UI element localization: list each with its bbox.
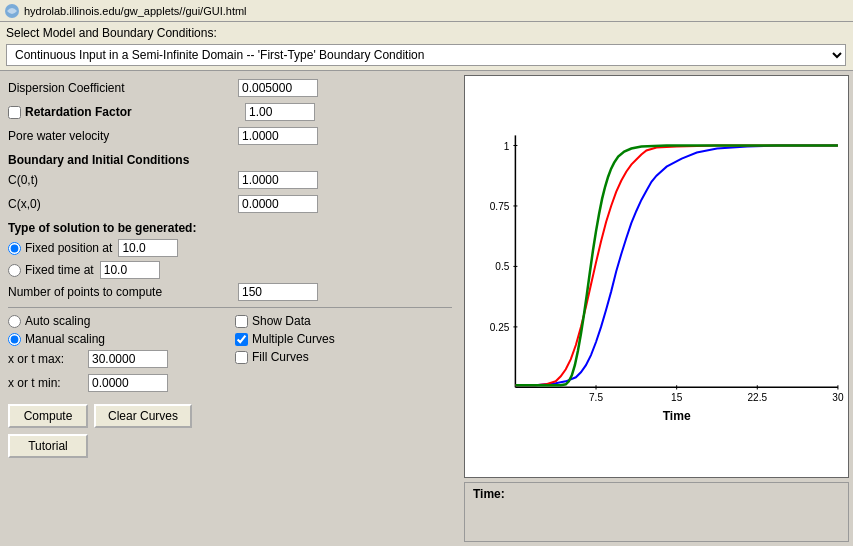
fill-curves-label: Fill Curves <box>252 350 309 364</box>
num-points-row: Number of points to compute <box>8 283 452 301</box>
time-label: Time: <box>473 487 505 501</box>
svg-text:15: 15 <box>671 392 683 403</box>
cxo-row: C(x,0) <box>8 195 452 213</box>
divider <box>8 307 452 308</box>
dispersion-coefficient-label: Dispersion Coefficient <box>8 81 238 95</box>
model-selector-label: Select Model and Boundary Conditions: <box>6 26 847 40</box>
xort-min-row: x or t min: <box>8 374 225 392</box>
fixed-time-input[interactable] <box>100 261 160 279</box>
retardation-factor-row: Retardation Factor <box>8 103 452 121</box>
fixed-position-row: Fixed position at <box>8 239 452 257</box>
xort-max-label: x or t max: <box>8 352 88 366</box>
c0t-input[interactable] <box>238 171 318 189</box>
retardation-factor-label: Retardation Factor <box>25 105 245 119</box>
fixed-position-label: Fixed position at <box>25 241 112 255</box>
chart-area: 1 0.75 0.5 0.25 7.5 15 <box>464 75 849 478</box>
manual-scaling-radio[interactable] <box>8 333 21 346</box>
retardation-factor-input[interactable] <box>245 103 315 121</box>
xort-min-input[interactable] <box>88 374 168 392</box>
model-selector-bar: Select Model and Boundary Conditions: Co… <box>0 22 853 71</box>
multiple-curves-checkbox[interactable] <box>235 333 248 346</box>
show-data-checkbox[interactable] <box>235 315 248 328</box>
left-panel: Dispersion Coefficient Retardation Facto… <box>0 71 460 546</box>
dispersion-coefficient-input[interactable] <box>238 79 318 97</box>
svg-text:0.5: 0.5 <box>495 261 509 272</box>
fixed-time-row: Fixed time at <box>8 261 452 279</box>
dispersion-coefficient-row: Dispersion Coefficient <box>8 79 452 97</box>
fixed-position-input[interactable] <box>118 239 178 257</box>
compute-button[interactable]: Compute <box>8 404 88 428</box>
xort-min-label: x or t min: <box>8 376 88 390</box>
auto-scaling-label: Auto scaling <box>25 314 90 328</box>
tutorial-button[interactable]: Tutorial <box>8 434 88 458</box>
auto-scaling-radio[interactable] <box>8 315 21 328</box>
fill-curves-checkbox[interactable] <box>235 351 248 364</box>
scaling-col: Auto scaling Manual scaling x or t max: … <box>8 314 225 398</box>
c0t-row: C(0,t) <box>8 171 452 189</box>
chart-svg: 1 0.75 0.5 0.25 7.5 15 <box>465 76 848 477</box>
show-data-row: Show Data <box>235 314 452 328</box>
svg-text:22.5: 22.5 <box>747 392 767 403</box>
auto-scaling-row: Auto scaling <box>8 314 225 328</box>
xort-max-row: x or t max: <box>8 350 225 368</box>
fixed-time-label: Fixed time at <box>25 263 94 277</box>
options-col: Show Data Multiple Curves Fill Curves <box>235 314 452 398</box>
right-panel: 1 0.75 0.5 0.25 7.5 15 <box>460 71 853 546</box>
lower-options: Auto scaling Manual scaling x or t max: … <box>8 314 452 398</box>
cxo-label: C(x,0) <box>8 197 238 211</box>
info-area: Time: <box>464 482 849 542</box>
num-points-label: Number of points to compute <box>8 285 238 299</box>
browser-icon <box>4 3 20 19</box>
tutorial-button-row: Tutorial <box>8 434 452 458</box>
svg-text:0.75: 0.75 <box>490 201 510 212</box>
multiple-curves-row: Multiple Curves <box>235 332 452 346</box>
pore-water-velocity-label: Pore water velocity <box>8 129 238 143</box>
svg-text:7.5: 7.5 <box>589 392 603 403</box>
cxo-input[interactable] <box>238 195 318 213</box>
solution-type-title: Type of solution to be generated: <box>8 221 452 235</box>
clear-curves-button[interactable]: Clear Curves <box>94 404 192 428</box>
content-area: Dispersion Coefficient Retardation Facto… <box>0 71 853 546</box>
xort-max-input[interactable] <box>88 350 168 368</box>
svg-text:0.25: 0.25 <box>490 322 510 333</box>
model-selector-dropdown[interactable]: Continuous Input in a Semi-Infinite Doma… <box>6 44 846 66</box>
svg-text:1: 1 <box>504 141 510 152</box>
manual-scaling-label: Manual scaling <box>25 332 105 346</box>
fixed-time-radio[interactable] <box>8 264 21 277</box>
url-bar: hydrolab.illinois.edu/gw_applets//gui/GU… <box>24 5 247 17</box>
svg-text:30: 30 <box>832 392 844 403</box>
show-data-label: Show Data <box>252 314 311 328</box>
svg-rect-1 <box>465 125 848 427</box>
multiple-curves-label: Multiple Curves <box>252 332 335 346</box>
retardation-factor-checkbox[interactable] <box>8 106 21 119</box>
button-row: Compute Clear Curves <box>8 404 452 428</box>
fill-curves-row: Fill Curves <box>235 350 452 364</box>
svg-text:Time: Time <box>663 409 691 423</box>
boundary-conditions-title: Boundary and Initial Conditions <box>8 153 452 167</box>
manual-scaling-row: Manual scaling <box>8 332 225 346</box>
num-points-input[interactable] <box>238 283 318 301</box>
title-bar: hydrolab.illinois.edu/gw_applets//gui/GU… <box>0 0 853 22</box>
pore-water-velocity-row: Pore water velocity <box>8 127 452 145</box>
fixed-position-radio[interactable] <box>8 242 21 255</box>
c0t-label: C(0,t) <box>8 173 238 187</box>
pore-water-velocity-input[interactable] <box>238 127 318 145</box>
main-container: Select Model and Boundary Conditions: Co… <box>0 22 853 546</box>
